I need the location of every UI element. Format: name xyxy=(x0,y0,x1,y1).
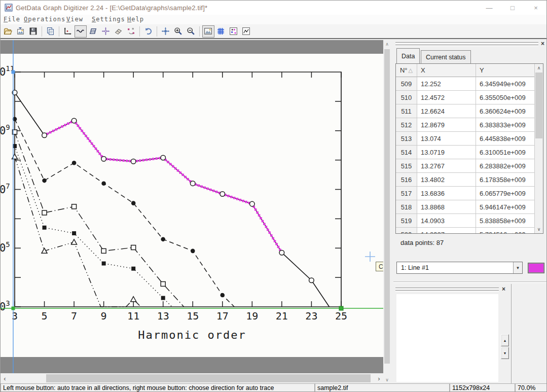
pan-tool-button[interactable] xyxy=(160,25,172,38)
row-number-cell[interactable]: 516 xyxy=(396,173,417,187)
column-header-x[interactable]: X xyxy=(417,64,476,77)
table-row: 52014.29375.724516e+009 xyxy=(396,228,543,234)
lower-panel-grip[interactable] xyxy=(395,290,499,292)
y-value-cell[interactable]: 6.355050e+009 xyxy=(476,91,535,104)
scroll-down-icon[interactable]: ∨ xyxy=(535,225,543,233)
row-number-cell[interactable]: 519 xyxy=(396,214,417,228)
row-number-cell[interactable]: 509 xyxy=(396,77,417,91)
axis-point-marker[interactable] xyxy=(339,306,343,310)
lower-panel-close-icon[interactable]: × xyxy=(502,286,505,292)
scroll-left-icon[interactable]: ‹ xyxy=(1,373,9,383)
x-value-cell[interactable]: 13.6836 xyxy=(417,187,476,200)
x-value-cell[interactable]: 13.2767 xyxy=(417,159,476,173)
x-value-cell[interactable]: 12.252 xyxy=(417,77,476,91)
region-tool-button[interactable] xyxy=(87,25,99,38)
x-value-cell[interactable]: 13.4802 xyxy=(417,173,476,187)
points-tool-button[interactable] xyxy=(125,25,137,38)
y-value-cell[interactable]: 6.445838e+009 xyxy=(476,132,535,146)
axis-point-marker[interactable] xyxy=(12,307,15,310)
open-file-button[interactable] xyxy=(2,25,14,38)
y-value-cell[interactable]: 6.178358e+009 xyxy=(476,173,535,187)
row-number-cell[interactable]: 511 xyxy=(396,104,417,118)
curve-tool-button[interactable] xyxy=(75,25,87,38)
y-value-cell[interactable]: 6.283882e+009 xyxy=(476,159,535,173)
spinner: ▲ ▼ xyxy=(501,334,509,359)
menu-item-operations[interactable]: Operations xyxy=(24,16,65,23)
y-value-cell[interactable]: 6.383833e+009 xyxy=(476,118,535,132)
open-image-button[interactable] xyxy=(15,25,27,38)
y-value-cell[interactable]: 5.724516e+009 xyxy=(476,228,535,234)
y-value-cell[interactable]: 6.345949e+009 xyxy=(476,77,535,91)
panel-grip[interactable] xyxy=(395,45,538,46)
x-value-cell[interactable]: 13.074 xyxy=(417,132,476,146)
row-number-cell[interactable]: 513 xyxy=(396,132,417,146)
zoom-in-button[interactable] xyxy=(172,25,185,38)
row-number-cell[interactable]: 520 xyxy=(396,228,417,234)
panel-grip[interactable] xyxy=(395,42,538,44)
x-value-cell[interactable]: 12.6624 xyxy=(417,104,476,118)
minimize-button[interactable]: — xyxy=(478,1,501,15)
hscroll-thumb[interactable] xyxy=(46,374,371,382)
show-grid-button[interactable] xyxy=(215,25,227,38)
status-bar: Left mouse button: auto trace in all dir… xyxy=(1,383,547,392)
chevron-down-icon[interactable]: ▼ xyxy=(513,262,522,273)
horizontal-scrollbar[interactable]: ‹ › xyxy=(1,373,383,383)
row-number-cell[interactable]: 514 xyxy=(396,146,417,159)
eraser-tool-button[interactable] xyxy=(113,25,125,38)
show-image-button[interactable] xyxy=(202,25,214,38)
move-point-tool-button[interactable] xyxy=(100,25,112,38)
x-value-cell[interactable]: 12.8679 xyxy=(417,118,476,132)
menu-item-help[interactable]: Help xyxy=(127,16,144,23)
x-tick-label: 17 xyxy=(216,310,229,322)
column-header-n[interactable]: N°△ xyxy=(396,64,417,77)
menu-item-file[interactable]: File xyxy=(4,16,20,23)
axes-tool-button[interactable] xyxy=(62,25,74,38)
tab-data[interactable]: Data xyxy=(396,48,420,63)
save-button[interactable] xyxy=(27,25,40,38)
y-value-cell[interactable]: 6.360624e+009 xyxy=(476,104,535,118)
column-header-y[interactable]: Y xyxy=(476,64,535,77)
menu-item-settings[interactable]: Settings xyxy=(92,16,125,23)
scroll-right-icon[interactable]: › xyxy=(375,373,383,383)
maximize-button[interactable]: □ xyxy=(501,1,524,15)
x-value-cell[interactable]: 13.0719 xyxy=(417,146,476,159)
x-value-cell[interactable]: 13.8868 xyxy=(417,200,476,214)
table-scrollbar[interactable]: ∧∨ xyxy=(534,64,543,233)
image-canvas[interactable]: 357911131517192123251011109107105103Harm… xyxy=(1,40,383,373)
x-value-cell[interactable]: 14.2937 xyxy=(417,228,476,234)
row-number-cell[interactable]: 510 xyxy=(396,91,417,104)
axis-point-marker[interactable] xyxy=(12,70,15,74)
vscroll-thumb[interactable] xyxy=(384,49,390,364)
x-value-cell[interactable]: 12.4572 xyxy=(417,91,476,104)
table-scroll-thumb[interactable] xyxy=(535,73,542,138)
line-selector[interactable]: 1: Line #1 ▼ xyxy=(396,262,523,274)
row-number-cell[interactable]: 512 xyxy=(396,118,417,132)
show-points-button[interactable] xyxy=(228,25,240,38)
y-value-cell[interactable]: 5.946147e+009 xyxy=(476,200,535,214)
line-color-swatch[interactable] xyxy=(528,263,544,273)
row-number-cell[interactable]: 515 xyxy=(396,159,417,173)
x-value-cell[interactable]: 14.0903 xyxy=(417,214,476,228)
x-tick-label: 11 xyxy=(127,310,139,322)
show-lines-button[interactable] xyxy=(240,25,252,38)
spin-down-icon[interactable]: ▼ xyxy=(501,347,509,359)
table-row: 51813.88685.946147e+009 xyxy=(396,200,543,214)
scroll-up-icon[interactable]: ∧ xyxy=(383,40,391,48)
y-value-cell[interactable]: 6.065779e+009 xyxy=(476,187,535,200)
tab-current-status[interactable]: Current status xyxy=(421,50,471,63)
zoom-out-button[interactable] xyxy=(185,25,197,38)
row-number-cell[interactable]: 517 xyxy=(396,187,417,200)
scroll-up-icon[interactable]: ∧ xyxy=(535,64,543,72)
y-value-cell[interactable]: 5.838858e+009 xyxy=(476,214,535,228)
copy-button[interactable] xyxy=(45,25,57,38)
y-value-cell[interactable]: 6.310051e+009 xyxy=(476,146,535,159)
undo-button[interactable] xyxy=(142,25,155,38)
row-number-cell[interactable]: 518 xyxy=(396,200,417,214)
spin-up-icon[interactable]: ▲ xyxy=(501,334,509,346)
panel-close-icon[interactable]: × xyxy=(541,41,544,47)
vertical-scrollbar[interactable]: ∧ ∨ xyxy=(383,40,391,383)
close-button[interactable]: × xyxy=(524,1,547,15)
lower-panel-grip[interactable] xyxy=(395,288,499,289)
scroll-down-icon[interactable]: ∨ xyxy=(383,376,391,383)
menu-item-view[interactable]: View xyxy=(66,16,83,23)
